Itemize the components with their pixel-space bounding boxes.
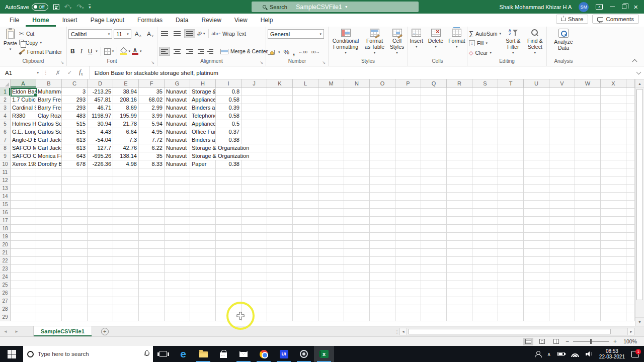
cell-R3[interactable]	[447, 104, 472, 112]
cell-G6[interactable]: Nunavut	[165, 128, 190, 136]
cell-I11[interactable]	[216, 168, 242, 176]
cell-Q7[interactable]	[421, 136, 447, 144]
align-top-icon[interactable]	[159, 29, 170, 38]
cell-A9[interactable]: SAFCO Commercial Wire Shelving, Black	[11, 152, 36, 160]
cell-V6[interactable]	[549, 128, 575, 136]
cell-G22[interactable]	[165, 257, 190, 265]
row-header-24[interactable]: 24	[0, 273, 11, 281]
align-bottom-icon[interactable]	[184, 29, 195, 38]
cell-B4[interactable]: Clay Rozendal	[36, 112, 62, 120]
cell-A2[interactable]: 1.7 Cubic Foot Compact "Cube" Office Ref…	[11, 96, 36, 104]
font-dialog-launcher-icon[interactable]: ↘	[151, 60, 154, 65]
cell-U20[interactable]	[524, 241, 549, 249]
decrease-font-icon[interactable]: A˅	[145, 31, 155, 38]
cell-R12[interactable]	[447, 176, 472, 185]
clipboard-dialog-launcher-icon[interactable]: ↘	[60, 60, 64, 65]
cell-K19[interactable]	[267, 233, 293, 241]
cell-F21[interactable]	[139, 249, 165, 257]
cell-V16[interactable]	[549, 209, 575, 217]
copy-button[interactable]: Copy▾	[19, 38, 62, 47]
cell-V26[interactable]	[549, 289, 575, 297]
cell-R29[interactable]	[447, 313, 472, 321]
task-view-button[interactable]	[153, 346, 173, 362]
decrease-indent-icon[interactable]	[197, 48, 205, 55]
cell-D20[interactable]	[88, 241, 113, 249]
cell-W15[interactable]	[575, 201, 601, 209]
cell-Q23[interactable]	[421, 265, 447, 273]
cell-N16[interactable]	[344, 209, 370, 217]
cell-Q19[interactable]	[421, 233, 447, 241]
cell-G25[interactable]	[165, 281, 190, 289]
cell-D2[interactable]: 457.81	[88, 96, 113, 104]
cell-V20[interactable]	[549, 241, 575, 249]
cell-P12[interactable]	[395, 176, 421, 185]
cell-G11[interactable]	[165, 168, 190, 176]
cell-I15[interactable]	[216, 201, 242, 209]
cell-A14[interactable]	[11, 193, 36, 201]
cell-X19[interactable]	[601, 233, 626, 241]
cell-R10[interactable]	[447, 160, 472, 168]
cell-H2[interactable]: Appliances	[190, 96, 216, 104]
cell-G1[interactable]: Nunavut	[165, 88, 190, 96]
cell-Q26[interactable]	[421, 289, 447, 297]
cell-B29[interactable]	[36, 313, 62, 321]
cell-L13[interactable]	[293, 185, 318, 193]
cell-A19[interactable]	[11, 233, 36, 241]
cell-T6[interactable]	[498, 128, 524, 136]
vertical-scroll-thumb[interactable]	[636, 89, 643, 300]
cell-B15[interactable]	[36, 201, 62, 209]
cell-E8[interactable]: 42.76	[113, 144, 139, 152]
cell-X24[interactable]	[601, 273, 626, 281]
undo-icon[interactable]: ↶▾	[64, 4, 71, 10]
cell-N25[interactable]	[344, 281, 370, 289]
row-header-28[interactable]: 28	[0, 305, 11, 313]
cell-W7[interactable]	[575, 136, 601, 144]
cell-U21[interactable]	[524, 249, 549, 257]
cell-G8[interactable]: Nunavut	[165, 144, 190, 152]
cell-U13[interactable]	[524, 185, 549, 193]
cell-P7[interactable]	[395, 136, 421, 144]
cell-H19[interactable]	[190, 233, 216, 241]
cell-W27[interactable]	[575, 297, 601, 305]
cell-U22[interactable]	[524, 257, 549, 265]
cell-J15[interactable]	[242, 201, 267, 209]
cell-X4[interactable]	[601, 112, 626, 120]
fill-color-icon[interactable]	[120, 48, 127, 55]
cell-L21[interactable]	[293, 249, 318, 257]
cell-K11[interactable]	[267, 168, 293, 176]
row-header-27[interactable]: 27	[0, 297, 11, 305]
tab-formulas[interactable]: Formulas	[131, 14, 169, 27]
formula-input[interactable]: Eldon Base for stackable storage shelf, …	[90, 66, 633, 79]
cell-E14[interactable]	[113, 193, 139, 201]
cell-F11[interactable]	[139, 168, 165, 176]
collapse-ribbon-icon[interactable]	[633, 59, 637, 63]
cell-C16[interactable]	[62, 209, 88, 217]
cell-D13[interactable]	[88, 185, 113, 193]
cell-M27[interactable]	[318, 297, 344, 305]
cell-B10[interactable]: Dorothy Badders	[36, 160, 62, 168]
tab-help[interactable]: Help	[254, 14, 280, 27]
column-header-K[interactable]: K	[267, 79, 293, 88]
cell-G17[interactable]	[165, 217, 190, 225]
cell-Q22[interactable]	[421, 257, 447, 265]
cell-X9[interactable]	[601, 152, 626, 160]
cell-E13[interactable]	[113, 185, 139, 193]
cell-S17[interactable]	[472, 217, 498, 225]
cell-R6[interactable]	[447, 128, 472, 136]
cell-U29[interactable]	[524, 313, 549, 321]
cell-E23[interactable]	[113, 265, 139, 273]
cell-Q8[interactable]	[421, 144, 447, 152]
cell-T18[interactable]	[498, 225, 524, 233]
cell-M4[interactable]	[318, 112, 344, 120]
cell-E18[interactable]	[113, 225, 139, 233]
cell-L17[interactable]	[293, 217, 318, 225]
cell-L16[interactable]	[293, 209, 318, 217]
cell-J16[interactable]	[242, 209, 267, 217]
cell-D25[interactable]	[88, 281, 113, 289]
cell-V15[interactable]	[549, 201, 575, 209]
column-header-I[interactable]: I	[216, 79, 242, 88]
cell-J20[interactable]	[242, 241, 267, 249]
cell-B20[interactable]	[36, 241, 62, 249]
cell-S25[interactable]	[472, 281, 498, 289]
cell-W24[interactable]	[575, 273, 601, 281]
